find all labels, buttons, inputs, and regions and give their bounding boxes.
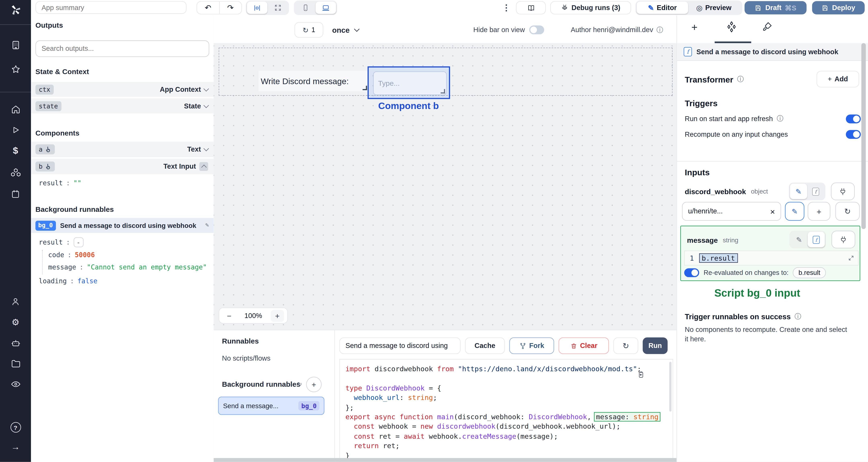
resize-handle[interactable] [363,86,367,90]
tab-editor[interactable]: ✎ Editor [637,2,688,14]
edit-resource-button[interactable]: ✎ [785,202,804,221]
fork-icon [519,342,526,349]
selected-component-b[interactable]: Type... [368,66,450,99]
chevron-down-icon[interactable] [204,86,209,91]
undo-button[interactable]: ↶ [197,2,220,14]
clear-resource-icon[interactable]: × [770,207,775,216]
refresh-script-button[interactable]: ↻ [613,337,638,354]
add-resource-button[interactable]: + [808,202,830,221]
add-background-runnable-button[interactable]: + [306,377,322,392]
hide-bar-toggle[interactable] [529,26,544,34]
resize-handle[interactable] [441,89,445,94]
expand-editor-icon[interactable] [848,255,854,261]
bg0-list-item[interactable]: Send a message... bg_0 [218,397,324,415]
run-button[interactable]: Run [643,337,668,354]
run-on-start-toggle[interactable] [846,114,861,123]
styling-brush-tab-icon[interactable] [762,21,773,32]
desktop-view-button[interactable] [315,2,336,14]
info-icon[interactable]: ⓘ [795,312,801,322]
chevron-up-icon[interactable] [199,162,208,171]
reeval-dependency-pill[interactable]: b.result [793,267,826,278]
zoom-in-button[interactable]: + [271,309,284,322]
schedules-calendar-icon[interactable] [0,189,31,199]
device-preview-group [294,1,337,15]
folders-icon[interactable] [0,358,31,369]
center-area: ↻ 1 once Hide bar on view Author henri@w… [214,15,676,462]
refresh-resource-button[interactable]: ↻ [835,202,860,221]
interval-dropdown[interactable]: once [332,22,359,38]
search-outputs-input[interactable] [35,40,209,57]
component-a-row[interactable]: a Text [31,141,214,157]
script-name-input[interactable] [339,337,461,354]
component-settings-tab-icon[interactable] [726,21,737,33]
runs-play-icon[interactable] [0,125,31,135]
collapse-result-button[interactable]: - [73,237,83,248]
code-editor[interactable]: import discordwebhook from "https://deno… [339,359,673,462]
draft-button[interactable]: Draft⌘S [745,1,807,14]
rail-divider [0,92,31,92]
mobile-view-button[interactable] [295,2,315,14]
workspace-icon[interactable] [0,40,31,50]
center-layout-button[interactable] [247,2,268,14]
home-icon[interactable] [0,104,31,114]
component-b-row[interactable]: b Text Input [31,159,214,174]
static-pencil-mode-button[interactable]: ✎ [790,232,808,247]
panel-scrollbar[interactable] [861,43,866,229]
fork-button[interactable]: Fork [509,337,554,354]
audit-eye-icon[interactable] [0,379,31,389]
favorites-star-icon[interactable] [0,64,31,75]
connect-plug-button[interactable] [831,183,855,200]
tab-preview[interactable]: ◎ Preview [688,2,740,14]
connect-plug-button[interactable] [831,231,855,249]
app-summary-input[interactable] [35,1,186,14]
result-children: code:50006 message:"Cannot send an empty… [42,250,209,274]
refresh-count-button[interactable]: ↻ 1 [294,22,323,38]
debug-runs-button[interactable]: Debug runs (3) [550,1,631,14]
selected-expression[interactable]: b.result [699,253,738,263]
chevron-down-icon[interactable] [204,146,209,151]
text-input-component[interactable]: Type... [373,71,447,95]
msg-expr-editor[interactable]: 1 b.result [684,251,859,265]
eval-mode-button[interactable]: f [808,232,825,247]
expand-rail-arrow-icon[interactable]: → [0,442,31,452]
edit-pencil-icon[interactable]: ✎ [205,223,209,228]
msg-input-mode-group: ✎ f [789,231,826,249]
windmill-logo-icon[interactable] [0,4,31,16]
app-canvas[interactable]: Write Discord message: Type... Component… [214,43,676,330]
add-transformer-button[interactable]: +Add [816,71,859,88]
resources-cubes-icon[interactable] [0,168,31,178]
more-options-kebab-icon[interactable]: ⋮ [502,3,510,13]
ctx-row[interactable]: ctx App Context [31,82,214,97]
recompute-toggle[interactable] [846,130,861,139]
info-icon[interactable]: ⓘ [737,74,744,84]
info-icon[interactable]: ⓘ [777,114,783,124]
runnable-header: f Send a message to discord using webhoo… [677,43,868,61]
state-key-badge: state [35,101,61,111]
redo-button[interactable]: ↷ [219,2,241,14]
docs-book-button[interactable] [516,1,546,14]
variables-dollar-icon[interactable]: $ [0,145,31,157]
bg0-runnable-row[interactable]: bg_0 Send a message to discord using web… [31,218,214,233]
info-icon[interactable]: ⓘ [656,25,663,35]
copy-code-icon[interactable] [637,371,645,379]
settings-gear-icon[interactable]: ⚙ [0,317,31,328]
deploy-button[interactable]: Deploy [812,1,865,14]
insert-component-tab-plus-icon[interactable]: + [691,22,698,34]
eval-mode-button[interactable]: f [807,184,824,199]
dw-resource-picker[interactable]: u/henri/te... × [682,202,781,221]
static-pencil-mode-button[interactable]: ✎ [790,184,807,199]
cache-button[interactable]: Cache [465,337,505,354]
chevron-down-icon[interactable] [204,102,209,108]
divider [677,161,868,162]
reeval-toggle[interactable] [684,268,699,277]
fullscreen-expand-icon[interactable] [268,2,288,14]
users-person-icon[interactable] [0,297,31,306]
code-vertical-scrollbar[interactable] [669,362,672,411]
layout-mode-group [246,1,289,15]
state-row[interactable]: state State [31,98,214,113]
workers-robot-icon[interactable] [0,338,31,349]
text-component-a[interactable]: Write Discord message: [258,71,368,91]
help-icon[interactable]: ? [0,422,31,432]
clear-button[interactable]: Clear [559,337,609,354]
zoom-out-button[interactable]: − [223,309,236,322]
